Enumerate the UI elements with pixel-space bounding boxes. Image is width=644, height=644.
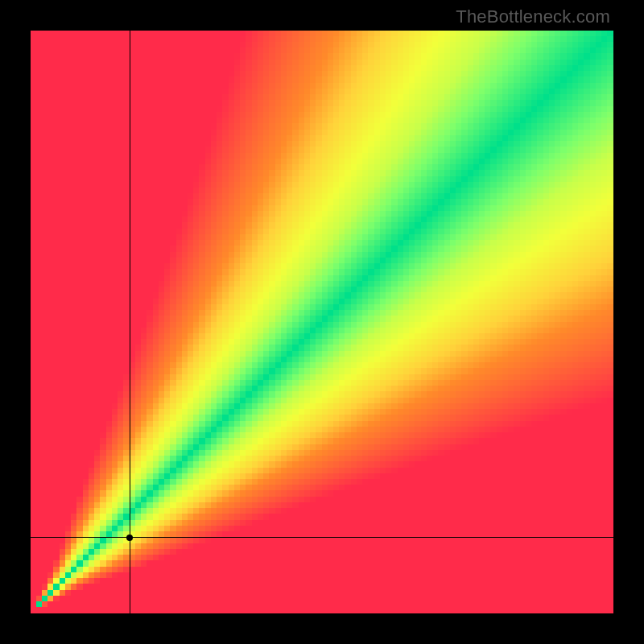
heatmap-canvas	[31, 31, 613, 613]
heatmap-plot	[31, 31, 613, 613]
chart-frame: TheBottleneck.com	[0, 0, 644, 644]
crosshair-vertical	[130, 31, 130, 613]
watermark-text: TheBottleneck.com	[456, 6, 610, 27]
crosshair-marker-dot	[126, 535, 133, 541]
crosshair-horizontal	[31, 537, 613, 538]
